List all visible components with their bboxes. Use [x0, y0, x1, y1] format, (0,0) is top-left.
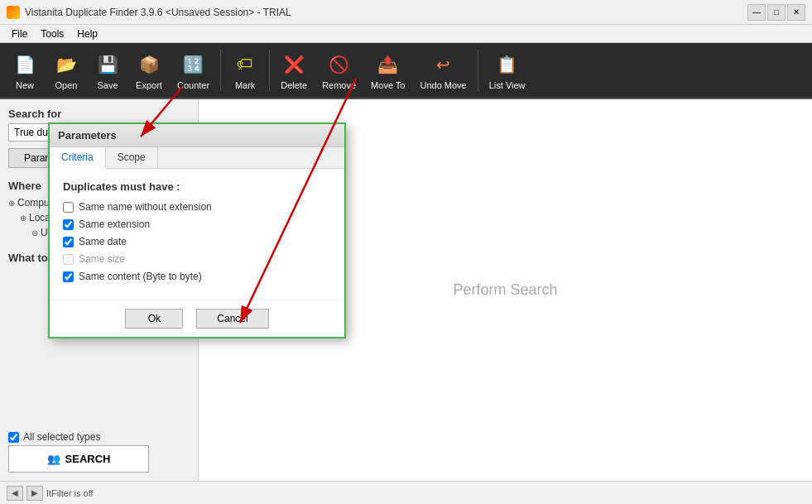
toolbar-separator-3 [478, 50, 478, 91]
new-icon: 📄 [12, 51, 38, 78]
dialog-body: Duplicates must have : Same name without… [50, 169, 344, 300]
toolbar-open-label: Open [55, 80, 78, 90]
checkbox-same-date-label: Same date [79, 236, 127, 247]
toolbar-save-label: Save [97, 80, 118, 90]
checkbox-same-date[interactable]: Same date [63, 236, 331, 247]
expand-icon-2: ⊕ [20, 214, 26, 223]
toolbar-undomove-label: Undo Move [420, 80, 466, 90]
search-button[interactable]: 👥 SEARCH [8, 445, 149, 473]
listview-icon: 📋 [494, 51, 521, 78]
parameters-dialog: Parameters Criteria Scope Duplicates mus… [48, 122, 346, 338]
all-selected-label: All selected types [23, 431, 100, 443]
dialog-section-title: Duplicates must have : [63, 180, 331, 193]
toolbar-export-label: Export [136, 80, 162, 90]
toolbar-moveto-label: Move To [371, 80, 405, 90]
toolbar-counter[interactable]: 🔢 Counter [171, 46, 216, 94]
mark-icon: 🏷 [232, 51, 258, 78]
checkbox-same-name[interactable]: Same name without extension [63, 201, 331, 213]
checkbox-same-size: Same size [63, 253, 331, 265]
menu-tools[interactable]: Tools [34, 26, 70, 41]
toolbar-listview[interactable]: 📋 List View [483, 46, 532, 94]
checkbox-same-extension-label: Same extension [79, 218, 150, 230]
checkbox-same-size-input [63, 254, 74, 265]
toolbar-listview-label: List View [489, 80, 526, 90]
toolbar-undomove[interactable]: ↩ Undo Move [413, 46, 473, 94]
app-icon [7, 6, 20, 19]
toolbar-new[interactable]: 📄 New [5, 46, 45, 94]
delete-icon: ❌ [281, 51, 307, 78]
search-button-label: SEARCH [65, 453, 111, 465]
moveto-icon: 📤 [375, 51, 401, 78]
all-selected-checkbox[interactable]: All selected types [8, 431, 190, 443]
checkbox-same-date-input[interactable] [63, 237, 74, 247]
search-for-label: Search for [8, 108, 190, 120]
all-selected-check-input[interactable] [8, 432, 19, 443]
window-controls: — □ ✕ [747, 4, 805, 21]
dialog-footer: Ok Cancel [50, 300, 344, 337]
menu-bar: File Tools Help [0, 25, 812, 43]
counter-icon: 🔢 [180, 51, 207, 78]
save-icon: 💾 [94, 51, 121, 78]
ok-button[interactable]: Ok [125, 309, 183, 329]
menu-help[interactable]: Help [70, 26, 104, 41]
window-title: Vistanita Duplicate Finder 3.9.6 <Unsave… [25, 7, 291, 18]
toolbar-remove[interactable]: 🚫 Remove [315, 46, 363, 94]
status-prev-btn[interactable]: ◀ [7, 486, 23, 501]
toolbar-save[interactable]: 💾 Save [88, 46, 127, 94]
status-next-btn[interactable]: ▶ [26, 486, 43, 501]
search-icon: 👥 [47, 453, 60, 465]
toolbar-separator-2 [269, 50, 270, 91]
toolbar-delete-label: Delete [281, 80, 307, 90]
close-button[interactable]: ✕ [787, 4, 805, 21]
toolbar-separator-1 [220, 50, 221, 91]
toolbar-mark-label: Mark [235, 80, 255, 90]
collapse-icon-1: ⊖ [31, 228, 38, 238]
checkbox-same-content-input[interactable] [63, 271, 74, 282]
status-bar: ◀ ▶ ItFilter is off [0, 481, 812, 504]
dialog-title: Parameters [50, 124, 344, 147]
checkbox-same-size-label: Same size [79, 253, 125, 265]
toolbar-export[interactable]: 📦 Export [129, 46, 169, 94]
maximize-button[interactable]: □ [767, 4, 786, 21]
checkbox-same-content-label: Same content (Byte to byte) [79, 271, 202, 282]
toolbar-moveto[interactable]: 📤 Move To [364, 46, 411, 94]
dialog-tabs: Criteria Scope [50, 147, 344, 169]
open-icon: 📂 [53, 51, 79, 78]
menu-file[interactable]: File [5, 26, 34, 41]
toolbar-counter-label: Counter [177, 80, 209, 90]
toolbar: 📄 New 📂 Open 💾 Save 📦 Export 🔢 Counter 🏷… [0, 43, 812, 99]
export-icon: 📦 [136, 51, 162, 78]
checkbox-same-name-input[interactable] [63, 202, 74, 213]
minimize-button[interactable]: — [747, 4, 766, 21]
toolbar-open[interactable]: 📂 Open [46, 46, 86, 94]
title-bar: Vistanita Duplicate Finder 3.9.6 <Unsave… [0, 0, 812, 25]
toolbar-remove-label: Remove [322, 80, 356, 90]
toolbar-new-label: New [16, 80, 34, 90]
toolbar-delete[interactable]: ❌ Delete [274, 46, 314, 94]
bottom-section: All selected types 👥 SEARCH [8, 429, 190, 473]
tab-criteria[interactable]: Criteria [50, 147, 106, 169]
cancel-button[interactable]: Cancel [196, 309, 268, 329]
checkbox-same-extension-input[interactable] [63, 219, 74, 230]
checkbox-same-name-label: Same name without extension [79, 201, 212, 213]
undomove-icon: ↩ [430, 51, 457, 78]
checkbox-same-extension[interactable]: Same extension [63, 218, 331, 230]
remove-icon: 🚫 [326, 51, 353, 78]
toolbar-mark[interactable]: 🏷 Mark [225, 46, 265, 94]
expand-icon-1: ⊕ [8, 199, 15, 208]
filter-status: ItFilter is off [46, 488, 94, 498]
tab-scope[interactable]: Scope [106, 147, 158, 168]
perform-search-text: Perform Search [453, 281, 557, 299]
checkbox-same-content[interactable]: Same content (Byte to byte) [63, 271, 331, 282]
